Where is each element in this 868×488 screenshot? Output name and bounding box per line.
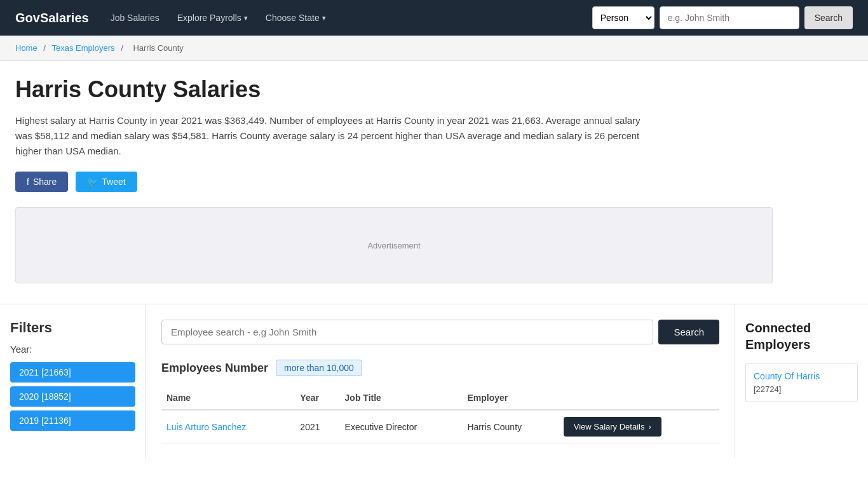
employee-employer: Harris County: [462, 410, 558, 444]
advertisement-block: Advertisement: [15, 207, 773, 283]
center-content: Search Employees Number more than 10,000…: [146, 304, 735, 459]
table-header: Name Year Job Title Employer: [161, 386, 719, 410]
twitter-icon: 🐦: [87, 177, 98, 187]
breadcrumb-separator2: /: [121, 43, 125, 53]
employee-search-input[interactable]: [161, 320, 653, 344]
page-description: Highest salary at Harris County in year …: [15, 113, 651, 159]
nav-job-salaries[interactable]: Job Salaries: [104, 9, 166, 27]
breadcrumb-current: Harris County: [133, 43, 183, 53]
nav-search-button[interactable]: Search: [804, 6, 853, 29]
share-facebook-button[interactable]: f Share: [15, 172, 68, 192]
employees-number-badge: more than 10,000: [276, 360, 362, 376]
employee-name: Luis Arturo Sanchez: [161, 410, 295, 444]
connected-employer-card: County Of Harris [22724]: [745, 363, 858, 402]
employee-search-area: Search: [161, 320, 719, 344]
social-buttons: f Share 🐦 Tweet: [15, 172, 773, 192]
right-sidebar: Connected Employers County Of Harris [22…: [735, 304, 868, 459]
filters-title: Filters: [10, 320, 135, 336]
page-title: Harris County Salaries: [15, 76, 773, 103]
nav-search-input[interactable]: [660, 6, 799, 29]
year-filter-2020[interactable]: 2020 [18852]: [10, 386, 135, 407]
breadcrumb-separator: /: [43, 43, 48, 53]
col-action: [559, 386, 719, 410]
nav-explore-payrolls[interactable]: Explore Payrolls ▾: [171, 9, 254, 27]
col-employer: Employer: [462, 386, 558, 410]
col-year: Year: [295, 386, 339, 410]
connected-employers-title: Connected Employers: [745, 320, 858, 353]
connected-employer-count: [22724]: [754, 384, 781, 394]
connected-employer-link[interactable]: County Of Harris: [754, 371, 850, 381]
col-name: Name: [161, 386, 295, 410]
breadcrumb-home[interactable]: Home: [15, 43, 37, 53]
facebook-icon: f: [27, 177, 29, 187]
nav-links: Job Salaries Explore Payrolls ▾ Choose S…: [104, 9, 577, 27]
year-filter-2019[interactable]: 2019 [21136]: [10, 410, 135, 431]
nav-choose-state[interactable]: Choose State ▾: [259, 9, 332, 27]
main-content: Harris County Salaries Highest salary at…: [0, 61, 788, 304]
site-brand[interactable]: GovSalaries: [15, 11, 89, 25]
chevron-down-icon: ▾: [244, 14, 248, 22]
employees-number-row: Employees Number more than 10,000: [161, 360, 719, 376]
breadcrumb-parent[interactable]: Texas Employers: [52, 43, 115, 53]
col-job-title: Job Title: [340, 386, 463, 410]
breadcrumb: Home / Texas Employers / Harris County: [0, 36, 868, 61]
view-salary-button[interactable]: View Salary Details ›: [564, 417, 661, 437]
employee-year: 2021: [295, 410, 339, 444]
bottom-layout: Filters Year: 2021 [21663] 2020 [18852] …: [0, 304, 868, 459]
chevron-down-icon: ▾: [322, 14, 326, 22]
nav-search-area: Person Employer Search: [592, 6, 853, 29]
year-filter-2021[interactable]: 2021 [21663]: [10, 362, 135, 383]
employee-search-button[interactable]: Search: [658, 320, 719, 344]
employee-job-title: Executive Director: [340, 410, 463, 444]
employee-name-link[interactable]: Luis Arturo Sanchez: [166, 422, 246, 432]
employees-table: Name Year Job Title Employer Luis Arturo…: [161, 386, 719, 444]
year-filter-label: Year:: [10, 344, 135, 355]
chevron-right-icon: ›: [648, 422, 651, 431]
share-twitter-button[interactable]: 🐦 Tweet: [76, 172, 137, 192]
search-type-select[interactable]: Person Employer: [592, 6, 654, 29]
table-body: Luis Arturo Sanchez 2021 Executive Direc…: [161, 410, 719, 444]
navbar: GovSalaries Job Salaries Explore Payroll…: [0, 0, 868, 36]
table-row: Luis Arturo Sanchez 2021 Executive Direc…: [161, 410, 719, 444]
employees-number-label: Employees Number: [161, 362, 268, 375]
employee-action: View Salary Details ›: [559, 410, 719, 444]
filters-sidebar: Filters Year: 2021 [21663] 2020 [18852] …: [0, 304, 146, 459]
